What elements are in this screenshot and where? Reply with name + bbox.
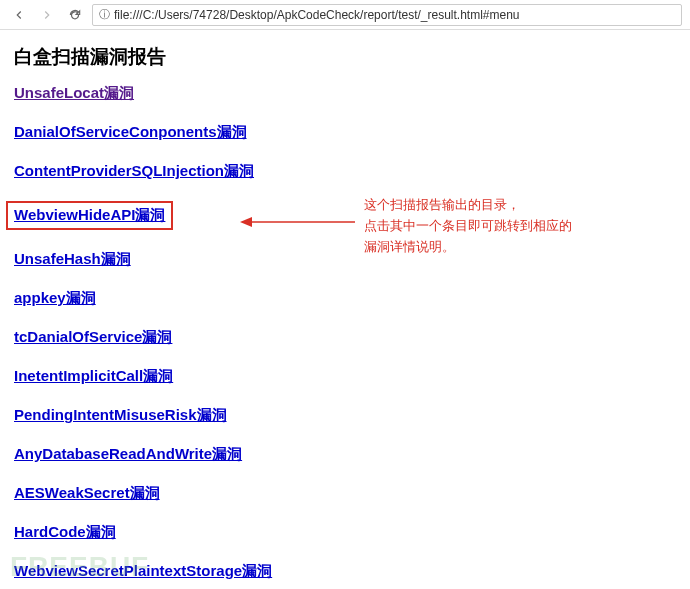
page-title: 白盒扫描漏洞报告 <box>14 44 676 70</box>
url-text: file:///C:/Users/74728/Desktop/ApkCodeCh… <box>114 8 675 22</box>
vulnerability-link[interactable]: tcDanialOfService漏洞 <box>14 328 172 345</box>
vulnerability-link[interactable]: ContentProviderSQLInjection漏洞 <box>14 162 254 179</box>
link-item: AnyDatabaseReadAndWrite漏洞 <box>14 445 676 464</box>
page-content: 白盒扫描漏洞报告 UnsafeLocat漏洞DanialOfServiceCon… <box>0 30 690 589</box>
reload-button[interactable] <box>64 4 86 26</box>
link-item: ContentProviderSQLInjection漏洞 <box>14 162 676 181</box>
watermark: FREEBUF <box>10 551 149 583</box>
vulnerability-link[interactable]: PendingIntentMisuseRisk漏洞 <box>14 406 227 423</box>
forward-button[interactable] <box>36 4 58 26</box>
back-button[interactable] <box>8 4 30 26</box>
info-icon: ⓘ <box>99 7 110 22</box>
url-bar[interactable]: ⓘ file:///C:/Users/74728/Desktop/ApkCode… <box>92 4 682 26</box>
browser-toolbar: ⓘ file:///C:/Users/74728/Desktop/ApkCode… <box>0 0 690 30</box>
vulnerability-link[interactable]: WebviewHideAPI漏洞 <box>14 206 165 223</box>
link-item: DanialOfServiceConponents漏洞 <box>14 123 676 142</box>
link-item: appkey漏洞 <box>14 289 676 308</box>
vulnerability-link[interactable]: UnsafeHash漏洞 <box>14 250 131 267</box>
link-item: tcDanialOfService漏洞 <box>14 328 676 347</box>
link-item: InetentImplicitCall漏洞 <box>14 367 676 386</box>
vulnerability-link[interactable]: AESWeakSecret漏洞 <box>14 484 160 501</box>
link-item: AESWeakSecret漏洞 <box>14 484 676 503</box>
vulnerability-link[interactable]: appkey漏洞 <box>14 289 96 306</box>
link-item: HardCode漏洞 <box>14 523 676 542</box>
vulnerability-link[interactable]: DanialOfServiceConponents漏洞 <box>14 123 247 140</box>
vulnerability-link[interactable]: HardCode漏洞 <box>14 523 116 540</box>
link-item: UnsafeLocat漏洞 <box>14 84 676 103</box>
vulnerability-link[interactable]: AnyDatabaseReadAndWrite漏洞 <box>14 445 242 462</box>
vulnerability-link[interactable]: UnsafeLocat漏洞 <box>14 84 134 101</box>
link-list: UnsafeLocat漏洞DanialOfServiceConponents漏洞… <box>14 84 676 589</box>
link-item: WebviewHideAPI漏洞 <box>14 201 676 230</box>
link-item: PendingIntentMisuseRisk漏洞 <box>14 406 676 425</box>
link-item: UnsafeHash漏洞 <box>14 250 676 269</box>
vulnerability-link[interactable]: InetentImplicitCall漏洞 <box>14 367 173 384</box>
